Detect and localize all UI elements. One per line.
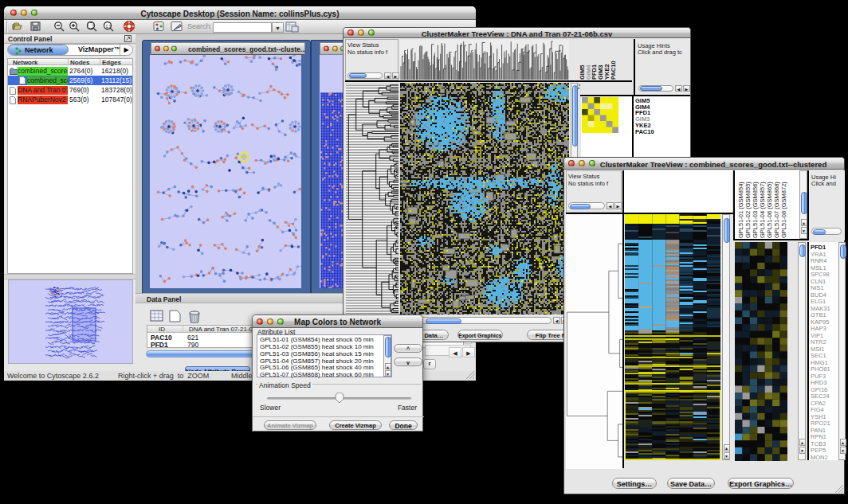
svg-text:GPL51-01 (GSM854): GPL51-01 (GSM854) (737, 182, 744, 238)
svg-text:PAC10: PAC10 (610, 61, 617, 80)
svg-text:GPL51-06 (GSM865): GPL51-06 (GSM865) (766, 182, 773, 238)
svg-text:1:1: 1:1 (106, 24, 112, 29)
svg-text:GPL51-08 (GSM872): GPL51-08 (GSM872) (780, 182, 787, 238)
svg-text:GPL51-03 (GSM856): GPL51-03 (GSM856) (752, 182, 759, 238)
svg-text:GPL51-02 (GSM855): GPL51-02 (GSM855) (744, 182, 752, 238)
svg-text:GPL51-07 (GSM868): GPL51-07 (GSM868) (773, 182, 780, 238)
svg-text:GPL51-04 (GSM857): GPL51-04 (GSM857) (759, 182, 766, 238)
svg-text:Search:: Search: (187, 22, 212, 30)
